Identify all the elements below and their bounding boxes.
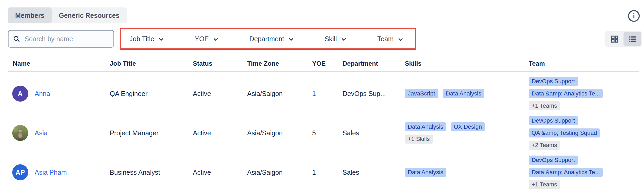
job-title-cell: Business Analyst [110, 169, 193, 176]
toolbar: Job Title YOE Department Skill Team [0, 28, 644, 50]
skills-cell: JavaScript Data Analysis [405, 89, 529, 98]
skill-badge: UX Design [451, 122, 485, 131]
table-row: A Anna QA Engineer Active Asia/Saigon 1 … [0, 74, 644, 113]
skill-badge: Data Analysis [443, 89, 484, 98]
filter-yoe-label: YOE [195, 35, 209, 43]
team-badge: Data &amp; Analytics Te... [529, 168, 603, 177]
more-teams-badge[interactable]: +2 Teams [529, 141, 560, 150]
column-header-job-title: Job Title [110, 60, 193, 67]
list-icon [628, 35, 637, 44]
team-badge: DevOps Support [529, 77, 578, 86]
time-zone-cell: Asia/Saigon [247, 169, 312, 176]
name-cell: A Anna [12, 86, 110, 102]
chevron-down-icon [397, 36, 404, 43]
chevron-down-icon [288, 36, 294, 43]
more-skills-badge[interactable]: +1 Skills [405, 135, 433, 144]
team-cell: DevOps Support Data &amp; Analytics Te..… [529, 77, 644, 110]
team-cell: DevOps Support QA &amp; Testing Squad +2… [529, 116, 644, 150]
column-header-name: Name [13, 60, 110, 67]
column-header-yoe: YOE [312, 60, 343, 67]
department-cell: DevOps Sup... [343, 90, 405, 98]
header-divider [8, 71, 639, 72]
tab-group: Members Generic Resources [8, 7, 127, 23]
avatar-photo [12, 125, 28, 141]
tab-members[interactable]: Members [8, 7, 52, 23]
status-cell: Active [193, 90, 247, 98]
name-cell: AP Asia Pham [12, 164, 110, 180]
search-input[interactable] [24, 35, 105, 43]
name-cell: Asia [12, 125, 110, 141]
department-cell: Sales [343, 129, 405, 137]
status-cell: Active [193, 129, 247, 137]
job-title-cell: QA Engineer [110, 90, 193, 98]
table-row: Asia Project Manager Active Asia/Saigon … [0, 113, 644, 153]
yoe-cell: 5 [312, 129, 343, 137]
grid-view-button[interactable] [606, 32, 623, 46]
avatar: A [12, 86, 28, 102]
grid-icon [610, 35, 619, 44]
column-header-time-zone: Time Zone [247, 60, 312, 67]
yoe-cell: 1 [312, 169, 343, 176]
search-box [8, 30, 114, 48]
table-header: Name Job Title Status Time Zone YOE Depa… [0, 59, 644, 68]
skill-badge: Data Analysis [405, 168, 446, 177]
chevron-down-icon [213, 36, 219, 43]
filter-department-label: Department [249, 35, 284, 43]
filter-department[interactable]: Department [248, 35, 296, 43]
column-header-skills: Skills [405, 60, 529, 67]
more-teams-badge[interactable]: +1 Teams [529, 180, 560, 189]
column-header-status: Status [193, 60, 247, 67]
filter-yoe[interactable]: YOE [193, 35, 221, 43]
column-header-department: Department [343, 60, 405, 67]
team-badge: QA &amp; Testing Squad [529, 128, 600, 137]
filter-job-title-label: Job Title [129, 35, 154, 43]
filter-team[interactable]: Team [376, 35, 405, 43]
info-button[interactable]: i [628, 10, 640, 22]
skills-cell: Data Analysis UX Design +1 Skills [405, 122, 529, 144]
view-toggle [605, 31, 642, 47]
info-icon: i [633, 12, 635, 20]
members-page: Members Generic Resources i Job Title YO… [0, 0, 644, 192]
more-teams-badge[interactable]: +1 Teams [529, 101, 560, 110]
yoe-cell: 1 [312, 90, 343, 98]
filters-highlight-box: Job Title YOE Department Skill Team [120, 28, 416, 50]
tabs-row: Members Generic Resources i [0, 0, 644, 23]
filter-team-label: Team [377, 35, 394, 43]
team-badge: Data &amp; Analytics Te... [529, 89, 603, 98]
member-name-link[interactable]: Asia Pham [35, 169, 67, 176]
skill-badge: Data Analysis [405, 122, 446, 131]
member-name-link[interactable]: Anna [35, 90, 50, 98]
status-cell: Active [193, 169, 247, 176]
table-row: AP Asia Pham Business Analyst Active Asi… [0, 153, 644, 192]
department-cell: Sales [343, 169, 405, 176]
team-badge: DevOps Support [529, 116, 578, 125]
team-badge: DevOps Support [529, 156, 578, 165]
skills-cell: Data Analysis [405, 168, 529, 177]
column-header-team: Team [529, 60, 644, 67]
filter-skill[interactable]: Skill [323, 35, 349, 43]
time-zone-cell: Asia/Saigon [247, 90, 312, 98]
time-zone-cell: Asia/Saigon [247, 129, 312, 137]
chevron-down-icon [341, 36, 347, 43]
skill-badge: JavaScript [405, 89, 438, 98]
tab-generic-resources[interactable]: Generic Resources [52, 7, 127, 23]
filter-skill-label: Skill [325, 35, 337, 43]
avatar: AP [12, 164, 28, 180]
team-cell: DevOps Support Data &amp; Analytics Te..… [529, 156, 644, 189]
table-body: A Anna QA Engineer Active Asia/Saigon 1 … [0, 74, 644, 192]
list-view-button[interactable] [623, 32, 641, 46]
member-name-link[interactable]: Asia [35, 129, 48, 137]
chevron-down-icon [158, 36, 164, 43]
filter-job-title[interactable]: Job Title [128, 35, 166, 43]
job-title-cell: Project Manager [110, 129, 193, 137]
search-icon [13, 35, 20, 43]
